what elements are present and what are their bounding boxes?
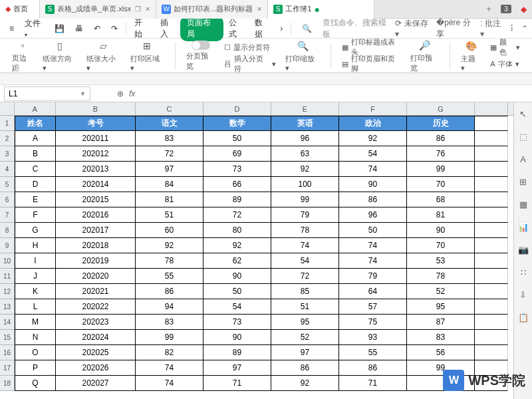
cell[interactable]: 86	[339, 192, 407, 207]
tab-file1[interactable]: S表格_成绩单_单页.xlsx❐✕	[40, 0, 156, 19]
cell[interactable]: 76	[407, 146, 475, 162]
header-cell[interactable]: 语文	[136, 116, 203, 131]
cell[interactable]: K	[15, 284, 56, 299]
row-header[interactable]: 8	[0, 223, 15, 238]
menu-formula[interactable]: 公式	[223, 17, 249, 40]
cell[interactable]: 92	[271, 376, 339, 391]
header-cell[interactable]: 英语	[271, 116, 339, 131]
cell[interactable]: 75	[339, 315, 407, 330]
cell[interactable]: 202018	[56, 238, 136, 253]
name-box[interactable]: L1▼	[4, 86, 90, 101]
cell[interactable]	[475, 253, 508, 269]
menu-save-icon[interactable]: 💾	[49, 24, 70, 33]
cell[interactable]: 72	[203, 207, 271, 223]
menu-print-icon[interactable]: 🖶	[70, 24, 88, 33]
cell[interactable]: 97	[203, 360, 271, 376]
cell[interactable]: 83	[136, 315, 203, 330]
cell[interactable]: 97	[271, 345, 339, 360]
cell[interactable]: 84	[136, 177, 203, 192]
header-cell[interactable]: 历史	[407, 116, 475, 131]
cell[interactable]: 70	[407, 238, 475, 253]
cell[interactable]: 202024	[56, 330, 136, 345]
chevron-down-icon[interactable]: ▼	[80, 90, 86, 97]
cell[interactable]	[475, 330, 508, 345]
menu-insert[interactable]: 插入	[155, 17, 180, 40]
select-icon[interactable]: ⬚	[517, 130, 529, 142]
row-header[interactable]: 3	[0, 146, 15, 162]
cell[interactable]: 82	[136, 345, 203, 360]
cell[interactable]	[475, 345, 508, 360]
cell[interactable]: 74	[271, 238, 339, 253]
cell[interactable]	[475, 177, 508, 192]
menu-redo-icon[interactable]: ↷	[106, 24, 123, 33]
print-preview-button[interactable]: 🔎打印预览	[408, 37, 442, 74]
cell[interactable]: 54	[271, 253, 339, 269]
cell[interactable]: 94	[136, 299, 203, 315]
cell[interactable]: 64	[339, 284, 407, 299]
col-header-C[interactable]: C	[136, 102, 203, 115]
cell[interactable]: 90	[203, 269, 271, 284]
cell[interactable]: 202021	[56, 284, 136, 299]
text-icon[interactable]: A	[517, 153, 529, 165]
cell[interactable]: N	[15, 330, 56, 345]
header-cell[interactable]: 数学	[203, 116, 271, 131]
cell[interactable]: 92	[203, 238, 271, 253]
cell[interactable]: 83	[407, 330, 475, 345]
print-scale-button[interactable]: 🔍打印缩放 ▾	[283, 38, 323, 74]
cell[interactable]: 96	[339, 207, 407, 223]
cell[interactable]: 53	[407, 253, 475, 269]
menu-undo-icon[interactable]: ↶	[88, 24, 106, 33]
cell[interactable]: 92	[271, 162, 339, 177]
cell[interactable]: L	[15, 299, 56, 315]
row-header[interactable]: 10	[0, 253, 15, 269]
menu-data[interactable]: 数据	[249, 17, 275, 40]
row-header[interactable]: 13	[0, 299, 15, 315]
cell[interactable]: 54	[339, 146, 407, 162]
cell[interactable]: 202015	[56, 192, 136, 207]
cell[interactable]: 96	[271, 131, 339, 146]
row-header[interactable]: 1	[0, 116, 15, 131]
cell[interactable]: 92	[339, 131, 407, 146]
cell[interactable]: F	[15, 207, 56, 223]
cell[interactable]: 55	[136, 269, 203, 284]
menu-file[interactable]: 文件 ▾	[19, 18, 49, 39]
theme-button[interactable]: 🎨主题 ▾	[458, 38, 483, 74]
cursor-icon[interactable]: ↖	[517, 108, 529, 120]
new-tab-button[interactable]: ＋	[480, 0, 497, 19]
cell[interactable]: 74	[136, 360, 203, 376]
cell[interactable]: 99	[136, 330, 203, 345]
batch-button[interactable]: : 批注 ▾	[480, 18, 505, 39]
cell[interactable]: 74	[339, 162, 407, 177]
cell[interactable]: 55	[339, 345, 407, 360]
cell[interactable]: 95	[271, 315, 339, 330]
cell[interactable]: 51	[136, 207, 203, 223]
cell[interactable]	[475, 299, 508, 315]
cell[interactable]: 57	[339, 299, 407, 315]
cell[interactable]: 93	[339, 330, 407, 345]
header-cell[interactable]: 政治	[339, 116, 407, 131]
tab-home[interactable]: ◆首页	[0, 0, 40, 19]
cell[interactable]: 202011	[56, 131, 136, 146]
cell[interactable]: B	[15, 146, 56, 162]
tab-file3[interactable]: S工作簿1●	[268, 0, 374, 19]
col-header-F[interactable]: F	[339, 102, 407, 115]
cell[interactable]: 52	[407, 284, 475, 299]
dots-icon[interactable]: ∷	[517, 266, 529, 278]
cell[interactable]: 78	[271, 223, 339, 238]
page-break-preview-button[interactable]: 分页预览	[184, 39, 217, 72]
insert-page-break-button[interactable]: 吕插入分页符 ▾	[221, 57, 279, 72]
app-logo-icon[interactable]: ◆	[515, 0, 532, 19]
cell[interactable]: 70	[407, 177, 475, 192]
header-cell[interactable]: 姓名	[15, 116, 56, 131]
cell[interactable]	[475, 223, 508, 238]
row-header[interactable]: 16	[0, 345, 15, 360]
cell[interactable]: 72	[271, 269, 339, 284]
cell[interactable]: A	[15, 131, 56, 146]
row-header[interactable]: 17	[0, 360, 15, 376]
cell[interactable]	[475, 207, 508, 223]
cell[interactable]: M	[15, 315, 56, 330]
print-area-button[interactable]: ⊞打印区域 ▾	[128, 38, 168, 74]
cell[interactable]: D	[15, 177, 56, 192]
cell[interactable]: 50	[203, 284, 271, 299]
cell[interactable]: 85	[271, 284, 339, 299]
